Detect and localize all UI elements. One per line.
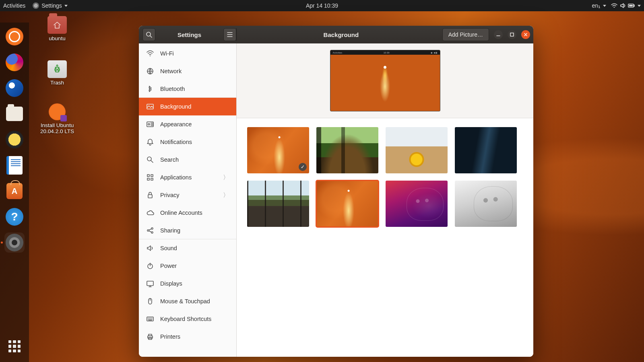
sidebar-item-keyboard[interactable]: Keyboard Shortcuts: [139, 310, 236, 328]
dock-settings[interactable]: [4, 232, 25, 253]
chevron-right-icon: 〉: [223, 191, 229, 199]
sidebar-item-label: Online Accounts: [160, 210, 202, 216]
svg-rect-14: [151, 178, 153, 180]
svg-point-9: [148, 123, 150, 125]
sidebar-item-notifications[interactable]: Notifications: [139, 133, 236, 151]
clock[interactable]: Apr 14 10:39: [306, 2, 338, 9]
background-icon: [146, 103, 154, 111]
sidebar-item-label: Keyboard Shortcuts: [160, 316, 211, 322]
desktop-icon-label: Trash: [37, 80, 77, 86]
volume-icon: [620, 3, 625, 8]
sidebar-item-label: Bluetooth: [160, 86, 185, 92]
wifi-icon: [146, 49, 154, 58]
svg-rect-15: [148, 195, 152, 198]
sidebar-item-online[interactable]: Online Accounts: [139, 204, 236, 222]
keyboard-icon: [146, 315, 154, 323]
minimize-icon: [496, 32, 501, 37]
dock-thunderbird[interactable]: [4, 78, 25, 98]
dock-firefox[interactable]: [4, 52, 25, 72]
input-source-indicator[interactable]: en₁: [592, 2, 606, 9]
wallpaper-thumb-default[interactable]: ✓: [247, 127, 309, 173]
sidebar-item-bluetooth[interactable]: Bluetooth: [139, 80, 236, 98]
activities-button[interactable]: Activities: [3, 2, 25, 9]
dock-rhythmbox[interactable]: [4, 130, 25, 150]
wallpaper-thumb-subway[interactable]: [455, 127, 517, 173]
sidebar-item-label: Sound: [160, 245, 177, 251]
sidebar-item-label: Printers: [160, 333, 180, 340]
sidebar-item-label: Mouse & Touchpad: [160, 298, 210, 304]
sidebar-item-search[interactable]: Search: [139, 151, 236, 169]
gear-icon: [6, 234, 23, 251]
sidebar-item-sharing[interactable]: Sharing: [139, 222, 236, 239]
wallpaper-grid: ✓: [237, 118, 533, 236]
wallpaper-thumb-desk[interactable]: [386, 127, 448, 173]
wallpaper-thumb-cat-grey[interactable]: [455, 181, 517, 227]
sidebar-item-displays[interactable]: Displays: [139, 275, 236, 292]
desktop-icon-installer[interactable]: Install Ubuntu 20.04.2.0 LTS: [31, 103, 83, 134]
dock-software[interactable]: [4, 181, 25, 201]
wallpaper-thumb-forest[interactable]: [316, 127, 378, 173]
window-maximize-button[interactable]: [508, 30, 516, 39]
svg-rect-13: [147, 178, 149, 180]
sidebar-item-sound[interactable]: Sound: [139, 239, 236, 257]
network-icon: [146, 67, 154, 75]
chevron-down-icon: [603, 5, 606, 7]
sidebar-item-printers[interactable]: Printers: [139, 328, 236, 346]
hamburger-menu-button[interactable]: [223, 28, 236, 41]
power-icon: [146, 262, 154, 270]
sidebar-item-label: Notifications: [160, 139, 192, 145]
dock-writer[interactable]: [4, 155, 25, 175]
app-title: Settings: [159, 31, 220, 38]
apps-icon: [146, 173, 154, 181]
sidebar-item-applications[interactable]: Applications〉: [139, 169, 236, 186]
mouse-icon: [146, 297, 154, 305]
writer-icon: [6, 156, 23, 175]
wallpaper-thumb-default2[interactable]: [316, 181, 378, 227]
sidebar-item-privacy[interactable]: Privacy〉: [139, 186, 236, 204]
window-minimize-button[interactable]: [494, 30, 503, 39]
wallpaper-thumb-bridge[interactable]: [247, 181, 309, 227]
search-icon: [146, 156, 154, 164]
add-picture-button[interactable]: Add Picture…: [442, 28, 489, 41]
top-panel: Activities Settings Apr 14 10:39 en₁: [0, 0, 644, 11]
window-close-button[interactable]: [521, 30, 530, 39]
monitor-preview[interactable]: Activities 10:39 ◆ ◀ ▮: [330, 50, 440, 111]
cloud-icon: [146, 209, 154, 217]
svg-rect-4: [510, 33, 514, 36]
desktop-icon-home[interactable]: ubuntu: [37, 16, 77, 41]
titlebar[interactable]: Settings Background Add Picture…: [139, 26, 533, 43]
thunderbird-icon: [6, 79, 23, 97]
show-applications[interactable]: [4, 336, 25, 356]
svg-rect-24: [149, 334, 152, 336]
svg-rect-2: [629, 5, 633, 6]
system-status-area[interactable]: [611, 3, 641, 8]
desktop[interactable]: ? ubuntu Trash Install Ubuntu 20.04.2.0 …: [0, 11, 644, 362]
dock-help[interactable]: ?: [4, 207, 25, 227]
sidebar-item-mouse[interactable]: Mouse & Touchpad: [139, 292, 236, 310]
software-icon: [6, 183, 23, 199]
app-menu[interactable]: Settings: [33, 2, 68, 9]
bluetooth-icon: [146, 85, 154, 93]
sidebar-item-network[interactable]: Network: [139, 62, 236, 80]
sidebar-item-appearance[interactable]: Appearance: [139, 115, 236, 133]
sound-icon: [146, 244, 154, 252]
dock-files[interactable]: [4, 104, 25, 124]
dock: ?: [0, 23, 29, 362]
desktop-icon-label: ubuntu: [37, 35, 77, 41]
current-background-preview: Activities 10:39 ◆ ◀ ▮: [237, 43, 533, 118]
display-icon: [146, 280, 154, 288]
sidebar-item-wifi[interactable]: Wi-Fi: [139, 45, 236, 62]
preview-clock: 10:39: [384, 51, 390, 54]
sidebar-item-label: Sharing: [160, 227, 180, 234]
search-button[interactable]: [142, 28, 155, 41]
search-icon: [146, 31, 152, 38]
dock-dash-ubuntu[interactable]: [4, 27, 25, 47]
desktop-icon-trash[interactable]: Trash: [37, 60, 77, 86]
sidebar-item-background[interactable]: Background: [139, 98, 236, 115]
sidebar-item-power[interactable]: Power: [139, 257, 236, 275]
sidebar-item-label: Network: [160, 68, 182, 74]
sidebar-item-label: Applications: [160, 174, 192, 181]
installer-icon: [47, 103, 67, 121]
sidebar-item-label: Wi-Fi: [160, 50, 174, 57]
wallpaper-thumb-cat-purple[interactable]: [386, 181, 448, 227]
